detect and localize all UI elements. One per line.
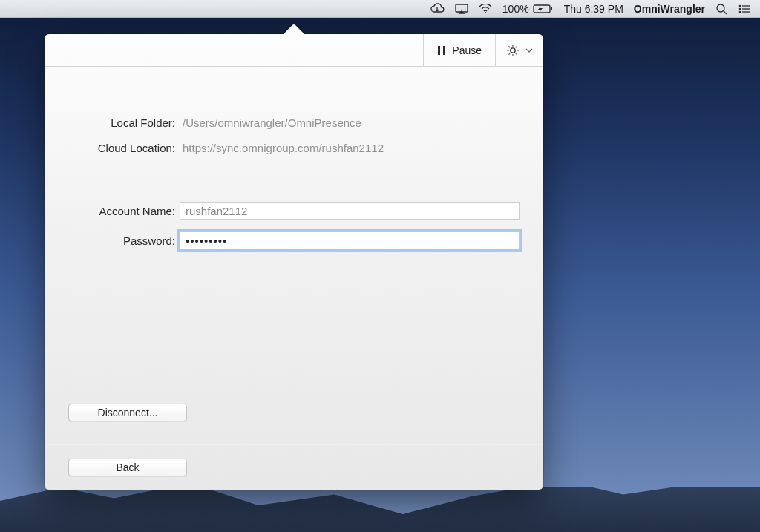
desktop-background: 100% Thu 6:39 PM OmniWrangler Pause [0,0,760,532]
local-folder-row: Local Folder: /Users/omniwrangler/OmniPr… [68,110,520,135]
svg-point-1 [485,12,486,13]
svg-point-9 [739,10,741,13]
cloud-location-row: Cloud Location: https://sync.omnigroup.c… [68,135,520,160]
spotlight-icon[interactable] [715,3,727,15]
airplay-icon[interactable] [455,4,468,14]
account-name-input[interactable]: rushfan2112 [180,202,520,220]
wifi-icon[interactable] [479,4,492,14]
svg-line-20 [508,53,510,54]
notification-center-icon[interactable] [738,4,751,14]
disconnect-button-label: Disconnect... [98,407,158,418]
svg-rect-3 [551,7,552,10]
account-name-label: Account Name: [68,205,180,217]
password-input[interactable]: ••••••••• [180,231,520,249]
password-row: Password: ••••••••• [68,226,520,255]
form-gap [68,160,520,196]
cloud-location-label: Cloud Location: [68,142,180,154]
footer-divider [45,444,543,445]
clock[interactable]: Thu 6:39 PM [564,3,623,15]
svg-rect-11 [438,46,440,55]
password-label: Password: [68,234,180,247]
pause-icon [437,45,446,56]
battery-status[interactable]: 100% [502,3,554,15]
svg-rect-12 [443,46,445,55]
mac-menubar: 100% Thu 6:39 PM OmniWrangler [0,0,760,18]
active-app-name-label: OmniWrangler [634,3,705,15]
back-button[interactable]: Back [68,459,187,476]
password-input-text: ••••••••• [186,234,227,247]
svg-point-13 [511,47,515,52]
account-name-input-text: rushfan2112 [186,205,247,217]
popover-footer: Back [45,444,543,490]
chevron-down-icon [525,47,533,53]
toolbar-spacer [45,34,423,66]
gear-icon [506,44,520,57]
pause-button-label: Pause [452,45,482,56]
battery-percent-label: 100% [502,3,529,15]
sync-settings-popover: Pause Local Folder: /Users/omniwrangler/… [45,34,543,490]
svg-point-4 [717,4,724,12]
back-button-label: Back [116,462,139,473]
svg-point-5 [739,4,741,7]
active-app-name[interactable]: OmniWrangler [634,3,705,15]
settings-menu-button[interactable] [495,34,543,66]
cloud-location-value: https://sync.omnigroup.com/rushfan2112 [180,142,520,154]
svg-line-18 [508,46,510,47]
svg-line-21 [516,46,517,47]
local-folder-label: Local Folder: [68,116,180,129]
svg-line-19 [516,53,517,54]
disconnect-button[interactable]: Disconnect... [68,404,187,421]
account-form: Local Folder: /Users/omniwrangler/OmniPr… [45,67,543,255]
clock-label: Thu 6:39 PM [564,3,623,15]
cloud-sync-icon[interactable] [430,3,445,15]
local-folder-value: /Users/omniwrangler/OmniPresence [180,116,520,129]
svg-point-7 [739,7,741,10]
pause-button[interactable]: Pause [423,34,495,66]
account-name-row: Account Name: rushfan2112 [68,196,520,226]
